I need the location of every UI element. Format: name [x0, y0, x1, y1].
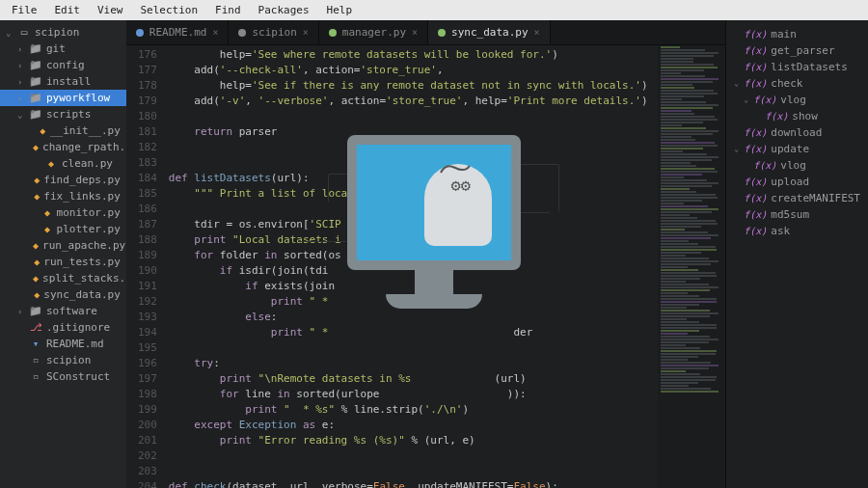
outline-item-createMANIFEST[interactable]: f(x)createMANIFEST — [730, 190, 864, 206]
code-line[interactable]: """ Print a list of local and remote dat… — [169, 186, 654, 202]
code-line[interactable]: try: — [169, 356, 654, 371]
outline-item-vlog[interactable]: f(x)vlog — [730, 157, 864, 174]
tree-item-software[interactable]: ›📁software — [0, 303, 126, 319]
function-icon: f(x) — [744, 78, 767, 89]
outline-item-upload[interactable]: f(x)upload — [730, 174, 864, 190]
tree-item-run_apache-py[interactable]: ◆run_apache.py — [0, 237, 126, 254]
outline-item-vlog[interactable]: ⌄f(x)vlog — [730, 92, 864, 108]
tree-item--gitignore[interactable]: ⎇.gitignore — [0, 319, 126, 336]
menu-help[interactable]: Help — [319, 2, 361, 18]
file-icon: ▫ — [29, 370, 42, 383]
symbol-outline[interactable]: f(x)mainf(x)get_parserf(x)listDatasets⌄f… — [725, 20, 868, 488]
project-root[interactable]: ⌄ ▭ scipion — [0, 24, 126, 41]
close-icon[interactable]: × — [534, 27, 540, 38]
python-icon: ◆ — [34, 191, 40, 202]
code-line[interactable]: if exists(join — [169, 279, 654, 294]
tree-item-change_rpath-py[interactable]: ◆change_rpath.py — [0, 139, 126, 155]
tree-item-plotter-py[interactable]: ◆plotter.py — [0, 221, 126, 237]
code-line[interactable]: print "Local datasets i — [169, 232, 654, 248]
tree-item-git[interactable]: ›📁git — [0, 41, 126, 57]
outline-item-md5sum[interactable]: f(x)md5sum — [730, 206, 864, 223]
tree-item-pyworkflow[interactable]: ›📁pyworkflow — [0, 90, 126, 106]
tab-README-md[interactable]: README.md× — [126, 20, 230, 44]
tree-item-SConstruct[interactable]: ▫SConstruct — [0, 368, 126, 385]
code-line[interactable]: tdir = os.environ['SCIP — [169, 217, 654, 232]
tree-item-scipion[interactable]: ▫scipion — [0, 352, 126, 368]
file-tree-sidebar[interactable]: ⌄ ▭ scipion ›📁git›📁config›📁install›📁pywo… — [0, 20, 126, 488]
code-line[interactable]: print " * der — [169, 325, 654, 340]
outline-item-ask[interactable]: f(x)ask — [730, 223, 864, 239]
code-line[interactable] — [169, 109, 654, 124]
outline-item-show[interactable]: f(x)show — [730, 108, 864, 124]
tree-item-fix_links-py[interactable]: ◆fix_links.py — [0, 188, 126, 204]
tab-scipion[interactable]: scipion× — [229, 20, 318, 44]
code-line[interactable]: for folder in sorted(os — [169, 248, 654, 263]
code-line[interactable]: if isdir(join(tdi — [169, 263, 654, 279]
menu-view[interactable]: View — [90, 2, 131, 18]
code-line[interactable]: print "\nRemote datasets in %s (url) — [169, 371, 654, 387]
code-line[interactable]: else: — [169, 310, 654, 325]
menu-find[interactable]: Find — [207, 2, 249, 18]
python-icon: ◆ — [33, 240, 39, 251]
code-line[interactable]: for line in sorted(urlope )): — [169, 387, 654, 402]
tree-item-clean-py[interactable]: ◆clean.py — [0, 155, 126, 172]
tree-item-install[interactable]: ›📁install — [0, 73, 126, 90]
code-line[interactable]: add('-v', '--verbose', action='store_tru… — [169, 94, 654, 109]
code-line[interactable]: help='See where remote datasets will be … — [169, 47, 654, 63]
code-line[interactable]: print " * — [169, 294, 654, 310]
code-line[interactable]: print "Error reading %s (%s)" % (url, e) — [169, 433, 654, 448]
minimap[interactable] — [658, 45, 725, 488]
code-line[interactable]: print " * %s" % line.strip('./\n') — [169, 402, 654, 418]
tree-item-label: config — [46, 59, 85, 71]
code-line[interactable]: help='See if there is any remote dataset… — [169, 78, 654, 94]
tree-item-monitor-py[interactable]: ◆monitor.py — [0, 204, 126, 221]
outline-item-update[interactable]: ⌄f(x)update — [730, 141, 864, 157]
code-line[interactable] — [169, 340, 654, 356]
file-type-icon — [238, 29, 246, 37]
code-line[interactable]: add('--check-all', action='store_true', — [169, 63, 654, 78]
menu-file[interactable]: File — [4, 2, 45, 18]
tree-item-find_deps-py[interactable]: ◆find_deps.py — [0, 172, 126, 188]
tree-item-scripts[interactable]: ⌄📁scripts — [0, 106, 126, 122]
chevron-icon: › — [17, 94, 29, 103]
tree-item-split_stacks-py[interactable]: ◆split_stacks.py — [0, 270, 126, 286]
menu-selection[interactable]: Selection — [133, 2, 206, 18]
code-line[interactable]: except Exception as e: — [169, 418, 654, 433]
outline-item-check[interactable]: ⌄f(x)check — [730, 75, 864, 92]
outline-label: md5sum — [771, 208, 809, 221]
code-line[interactable] — [169, 140, 654, 155]
tree-item-__init__-py[interactable]: ◆__init__.py — [0, 122, 126, 139]
tree-item-run_tests-py[interactable]: ◆run_tests.py — [0, 254, 126, 270]
menubar: FileEditViewSelectionFindPackagesHelp — [0, 0, 868, 20]
close-icon[interactable]: × — [212, 27, 218, 38]
code-line[interactable]: def check(dataset, url, verbose=False, u… — [169, 479, 654, 488]
outline-item-listDatasets[interactable]: f(x)listDatasets — [730, 59, 864, 75]
python-icon: ◆ — [39, 125, 46, 136]
menu-edit[interactable]: Edit — [47, 2, 89, 18]
outline-item-download[interactable]: f(x)download — [730, 124, 864, 141]
close-icon[interactable]: × — [412, 27, 418, 38]
function-icon: f(x) — [744, 29, 767, 40]
function-icon: f(x) — [744, 144, 767, 154]
tab-manager-py[interactable]: manager.py× — [319, 20, 428, 44]
tab-label: manager.py — [342, 26, 406, 39]
code-line[interactable] — [169, 448, 654, 464]
line-number: 178 — [126, 78, 157, 94]
code-line[interactable] — [169, 464, 654, 479]
tree-item-config[interactable]: ›📁config — [0, 57, 126, 73]
code-line[interactable] — [169, 202, 654, 217]
code-line[interactable]: def listDatasets(url): — [169, 171, 654, 186]
tree-item-README-md[interactable]: ▾README.md — [0, 336, 126, 352]
code-line[interactable]: return parser — [169, 124, 654, 140]
code-line[interactable] — [169, 155, 654, 171]
tab-sync_data-py[interactable]: sync_data.py× — [428, 20, 551, 44]
outline-item-main[interactable]: f(x)main — [730, 26, 864, 42]
close-icon[interactable]: × — [303, 27, 309, 38]
tree-item-sync_data-py[interactable]: ◆sync_data.py — [0, 286, 126, 303]
function-icon: f(x) — [744, 45, 767, 56]
chevron-icon: › — [17, 44, 29, 54]
code-content[interactable]: help='See where remote datasets will be … — [165, 45, 658, 488]
menu-packages[interactable]: Packages — [251, 2, 317, 18]
function-icon: f(x) — [744, 226, 767, 236]
outline-item-get_parser[interactable]: f(x)get_parser — [730, 42, 864, 59]
